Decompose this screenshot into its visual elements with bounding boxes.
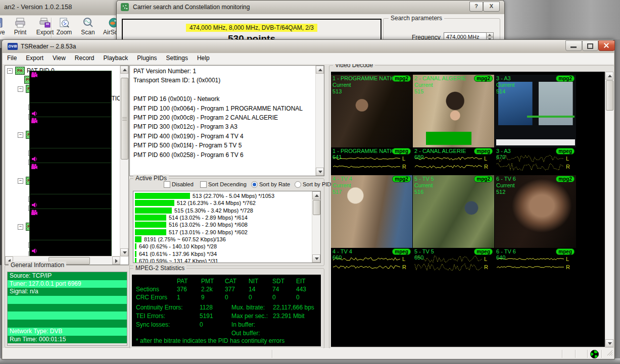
pid-rate-text: 513 (22.70% - 5.04 Mbps) */1053 (193, 193, 274, 199)
scroll-up-button[interactable] (312, 191, 320, 199)
save-button[interactable]: Save (0, 17, 10, 39)
svg-text:R: R (402, 264, 406, 270)
pid-rate-row[interactable]: 8191 (2.75% ~ 607.52 Kbps)/136 (133, 236, 312, 243)
client-area: −PAPAT PID 0PMPMT PID 16 - Network−PMPMT… (3, 64, 614, 349)
tsreader-titlebar[interactable]: DVB TSReader -- 2.8.53a (2, 40, 614, 53)
video-pid: 516 (414, 189, 423, 195)
pat-info-line: PMT PID 500 (0x01f4) - Program 5 TV 5 (133, 142, 315, 151)
pat-info-line: PMT PID 300 (0x012c) - Program 3 A3 (133, 123, 315, 132)
pid-rate-row[interactable]: 512 (16.23% - 3.64 Mbps) */762 (133, 199, 312, 206)
scroll-down-button[interactable] (316, 168, 324, 176)
pid-rate-row[interactable]: 640 (0.62% - 140.10 Kbps) */28 (133, 243, 312, 250)
scroll-up-button[interactable] (316, 66, 324, 74)
print-button[interactable]: Print (9, 17, 31, 39)
pat-info-text: PAT Version Number: 1Transport Stream ID… (133, 68, 315, 175)
menu-plugins[interactable]: Plugins (132, 53, 161, 62)
close-button[interactable]: X (483, 2, 500, 12)
menu-record[interactable]: Record (70, 53, 99, 62)
sort-descending-checkbox[interactable] (200, 181, 207, 188)
pid-rate-row[interactable]: 517 (13.01% - 2.90 Mbps) */602 (133, 228, 312, 235)
video-vertical-scrollbar[interactable] (605, 72, 613, 347)
stats-value: 1 (177, 294, 180, 301)
scroll-down-button[interactable] (605, 339, 613, 347)
scroll-right-button[interactable] (112, 256, 120, 265)
scroll-thumb[interactable] (606, 80, 613, 111)
pid-rate-row[interactable]: 513 (22.70% - 5.04 Mbps) */1053 (133, 192, 312, 199)
carrier-titlebar[interactable]: Carrier search and Constellation monitor… (117, 1, 504, 14)
menu-settings[interactable]: Settings (162, 53, 193, 62)
audio-title: 3 - A3 (496, 148, 511, 154)
scan-button[interactable]: Scan (77, 17, 99, 39)
sort-by-pid-radio[interactable] (295, 181, 301, 188)
zoom-button[interactable]: Zoom (53, 17, 76, 39)
scroll-thumb[interactable] (313, 200, 320, 215)
tree-item[interactable]: +ES PID 660 (5, 250, 120, 256)
menu-help[interactable]: Help (193, 53, 214, 62)
video-thumbnail: 4 - TV 4mpg2Current517 (331, 175, 412, 248)
svg-text:R: R (566, 164, 570, 170)
disabled-checkbox[interactable] (164, 181, 170, 188)
menu-export[interactable]: Export (21, 53, 48, 62)
tree-vertical-scrollbar[interactable] (120, 66, 128, 256)
pid-rate-bar (135, 251, 136, 257)
video-thumbnail: 3 - A3mpg2Current514 (495, 75, 576, 147)
video-thumbnail: 1 - PROGRAMME NATIONALmpg2Current513 (331, 75, 412, 147)
audio-title: 5 - TV 5 (414, 248, 434, 254)
pat-info-line: PMT PID 100 (0x0064) - Program 1 PROGRAM… (133, 105, 315, 114)
scroll-down-button[interactable] (312, 254, 320, 263)
pid-rate-row[interactable]: 516 (13.02% - 2.90 Mbps) */608 (133, 221, 312, 228)
pid-rate-row[interactable]: 514 (13.02% - 2.89 Mbps) */614 (133, 214, 312, 221)
pids-vertical-scrollbar[interactable] (312, 191, 320, 263)
collapse-icon[interactable]: − (18, 178, 23, 184)
collapse-icon[interactable]: − (7, 68, 13, 74)
scroll-up-button[interactable] (120, 66, 128, 74)
menu-playback[interactable]: Playback (99, 53, 133, 62)
collapse-icon[interactable]: − (18, 224, 23, 230)
save-icon (0, 17, 10, 29)
audio-panel: 4 - TV 4mpeg660LR (331, 248, 412, 276)
pid-rate-row[interactable]: 641 (0.61% - 137.96 Kbps) */34 (133, 250, 312, 257)
pid-rate-row[interactable]: 515 (15.30% - 3.42 Mbps) */728 (133, 207, 312, 214)
pa-node-icon: PA (15, 67, 25, 75)
audio-title: 4 - TV 4 (332, 248, 352, 254)
scroll-down-button[interactable] (120, 248, 128, 256)
maximize-button[interactable] (582, 40, 598, 51)
resize-grip[interactable] (606, 349, 613, 358)
sort-by-rate-radio[interactable] (251, 181, 258, 188)
pid-rate-row[interactable]: 670 (0.59% ~ 131.47 Kbps) */31 (133, 257, 312, 263)
pid-rate-text: 515 (15.30% - 3.42 Mbps) */728 (174, 207, 253, 214)
stats-column-header: PMT (201, 278, 214, 285)
menu-view[interactable]: View (48, 53, 70, 62)
sort-by-pid-label: Sort by PID (303, 181, 331, 187)
toolbar-button-label: Print (14, 29, 27, 36)
scroll-thumb[interactable] (121, 78, 128, 160)
collapse-icon[interactable]: − (18, 132, 23, 138)
help-button[interactable]: ? (469, 2, 483, 12)
pid-rate-bar (135, 258, 136, 263)
audio-panel: 1 - PROGRAMME NATIONALmpeg641LR (331, 147, 412, 175)
statusbar-separator (587, 350, 588, 358)
info-vertical-scrollbar[interactable] (315, 66, 324, 176)
general-information-label: General Information (9, 262, 66, 269)
mpeg2-statistics-label: MPEG-2 Statistics (133, 265, 186, 272)
pid-rate-bar (135, 236, 141, 242)
close-button[interactable] (598, 40, 615, 51)
stats-value: 0 (225, 294, 228, 301)
video-pid: 514 (496, 88, 505, 94)
general-information-group: General Information Source: TCP/IPTuner:… (5, 265, 130, 348)
current-label: Current (496, 82, 515, 88)
minimize-button[interactable] (565, 40, 582, 51)
codec-badge: mpg2 (556, 176, 575, 182)
codec-badge: mpg2 (556, 75, 575, 82)
stats-row-label: Sections (136, 286, 159, 293)
stats-column-header: CAT (225, 278, 236, 285)
audio-waveform: LR (495, 154, 576, 175)
menu-file[interactable]: File (3, 53, 21, 62)
pat-info-line: PMT PID 200 (0x00c8) - Program 2 CANAL A… (133, 114, 315, 123)
collapse-icon[interactable]: − (18, 86, 23, 92)
stats-label: Max per sec.: (231, 313, 268, 320)
svg-text:L: L (566, 256, 569, 262)
stats-value: 5191 (200, 313, 213, 320)
scroll-up-button[interactable] (605, 72, 613, 80)
current-label: Current (332, 82, 351, 88)
